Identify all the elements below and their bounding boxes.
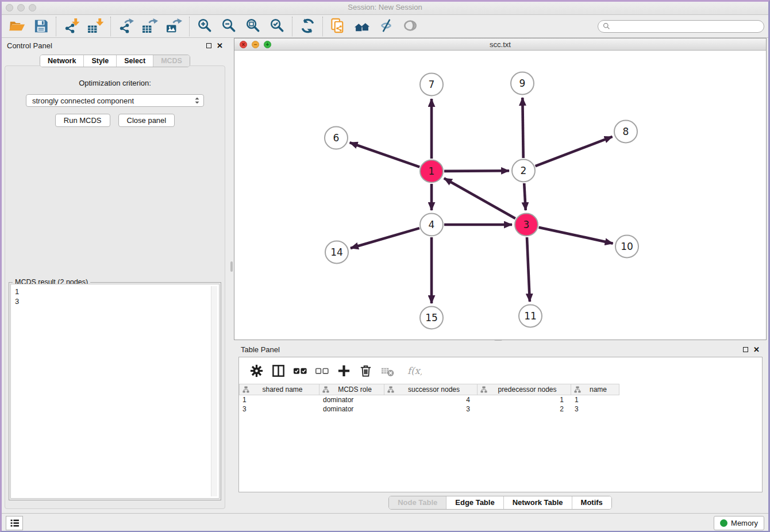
edge-3-10[interactable] (539, 228, 613, 244)
import-network-button[interactable] (59, 17, 83, 36)
mcds-result-text[interactable]: 13 (10, 284, 220, 499)
tab-style[interactable]: Style (83, 55, 116, 67)
tab-network-table[interactable]: Network Table (503, 496, 572, 509)
apply-layout-button[interactable] (295, 17, 319, 36)
column-header-name[interactable]: name (571, 384, 619, 395)
edge-2-9[interactable] (522, 98, 523, 158)
graph-node-15[interactable]: 15 (420, 307, 443, 329)
tab-motifs[interactable]: Motifs (572, 496, 611, 509)
columns-button[interactable] (271, 363, 286, 378)
graph-node-11[interactable]: 11 (519, 305, 542, 327)
add-row-icon (337, 364, 351, 378)
edge-3-1[interactable] (444, 178, 515, 218)
hide-panels-button[interactable] (374, 17, 398, 36)
svg-text:7: 7 (429, 79, 435, 90)
window-controls[interactable] (6, 4, 36, 11)
statusbar: Memory (0, 513, 770, 532)
zoom-out-button[interactable] (217, 17, 241, 36)
close-network-icon[interactable]: × (240, 41, 247, 48)
apply-layout-icon (299, 18, 316, 34)
table-cell: 3 (384, 405, 478, 413)
zoom-selected-button[interactable] (265, 17, 289, 36)
zoom-fit-button[interactable] (241, 17, 265, 36)
graph-node-2[interactable]: 2 (512, 160, 535, 182)
table-body: 1dominator4113dominator323 (239, 395, 762, 414)
vertical-splitter-handle[interactable] (230, 261, 233, 272)
clone-network-icon (330, 18, 346, 34)
graph-node-14[interactable]: 14 (325, 241, 348, 264)
column-header-predecessor-nodes[interactable]: predecessor nodes (478, 384, 571, 395)
tab-network[interactable]: Network (40, 55, 83, 67)
graph-node-8[interactable]: 8 (614, 121, 637, 143)
toolbar-separator (110, 17, 111, 36)
column-header-successor-nodes[interactable]: successor nodes (384, 384, 478, 395)
network-canvas[interactable]: 7 9 6 8 1 2 4 3 14 10 15 11 (234, 51, 766, 340)
graph-node-10[interactable]: 10 (615, 236, 638, 258)
tab-node-table[interactable]: Node Table (389, 496, 446, 509)
tab-edge-table[interactable]: Edge Table (446, 496, 503, 509)
search-box[interactable] (598, 20, 764, 33)
float-panel-icon[interactable] (206, 43, 211, 48)
edge-2-3[interactable] (524, 183, 526, 210)
add-row-button[interactable] (336, 363, 351, 378)
import-table-button[interactable] (83, 17, 107, 36)
select-all-button[interactable] (292, 363, 307, 378)
toolbar-separator (292, 17, 292, 36)
delete-row-button[interactable] (358, 363, 373, 378)
column-header-MCDS-role[interactable]: MCDS role (319, 384, 384, 395)
save-session-button[interactable] (29, 17, 53, 36)
zoom-window-button[interactable] (29, 4, 36, 11)
graph-node-1[interactable]: 1 (420, 160, 443, 183)
svg-text:4: 4 (429, 219, 435, 230)
network-graph[interactable]: 7 9 6 8 1 2 4 3 14 10 15 11 (234, 51, 766, 340)
open-session-button[interactable] (5, 17, 29, 36)
close-panel-button[interactable]: Close panel (118, 114, 175, 127)
graph-node-7[interactable]: 7 (420, 74, 443, 96)
export-table-button[interactable] (138, 17, 162, 36)
float-table-panel-icon[interactable] (743, 347, 748, 352)
mcds-result-box: MCDS result (2 nodes) 13 (9, 282, 221, 500)
edge-1-2[interactable] (444, 171, 509, 171)
save-session-icon (33, 18, 49, 34)
search-input[interactable] (613, 22, 759, 30)
export-network-button[interactable] (114, 17, 138, 36)
close-table-panel-icon[interactable]: ✕ (753, 346, 760, 353)
export-image-button[interactable] (162, 17, 186, 36)
edge-1-6[interactable] (350, 142, 420, 167)
toolbar-buttons (5, 17, 422, 36)
graph-node-4[interactable]: 4 (420, 214, 443, 236)
tab-mcds[interactable]: MCDS (153, 55, 190, 67)
toolbar-separator (189, 17, 190, 36)
graph-node-9[interactable]: 9 (511, 72, 534, 95)
clone-network-button[interactable] (326, 17, 350, 36)
tree-icon (387, 386, 394, 393)
result-scrollbar[interactable] (211, 286, 217, 496)
close-panel-icon[interactable]: ✕ (217, 42, 223, 49)
network-window-titlebar[interactable]: × – + scc.txt (234, 38, 766, 51)
criterion-select[interactable]: strongly connected component (26, 94, 204, 107)
home-button[interactable] (350, 17, 374, 36)
edge-3-11[interactable] (527, 237, 530, 302)
edge-4-14[interactable] (351, 228, 419, 248)
zoom-in-button[interactable] (192, 17, 217, 36)
graph-node-6[interactable]: 6 (325, 127, 348, 149)
memory-button[interactable]: Memory (714, 516, 764, 530)
table-row[interactable]: 1dominator411 (239, 395, 762, 404)
tab-select[interactable]: Select (116, 55, 153, 67)
svg-text:11: 11 (524, 310, 537, 322)
run-mcds-button[interactable]: Run MCDS (55, 114, 110, 127)
import-network-icon (63, 18, 80, 34)
tree-icon (242, 386, 249, 393)
edge-2-8[interactable] (536, 137, 613, 166)
minimize-network-icon[interactable]: – (252, 41, 259, 48)
network-list-button[interactable] (6, 516, 23, 530)
close-window-button[interactable] (6, 4, 13, 11)
settings-button[interactable] (249, 363, 264, 378)
table-row[interactable]: 3dominator323 (239, 404, 762, 414)
network-window-controls[interactable]: × – + (240, 41, 271, 48)
column-header-shared-name[interactable]: shared name (239, 384, 319, 395)
minimize-window-button[interactable] (17, 4, 25, 11)
graph-node-3[interactable]: 3 (515, 214, 538, 236)
deselect-all-button[interactable] (314, 363, 329, 378)
maximize-network-icon[interactable]: + (264, 41, 271, 48)
